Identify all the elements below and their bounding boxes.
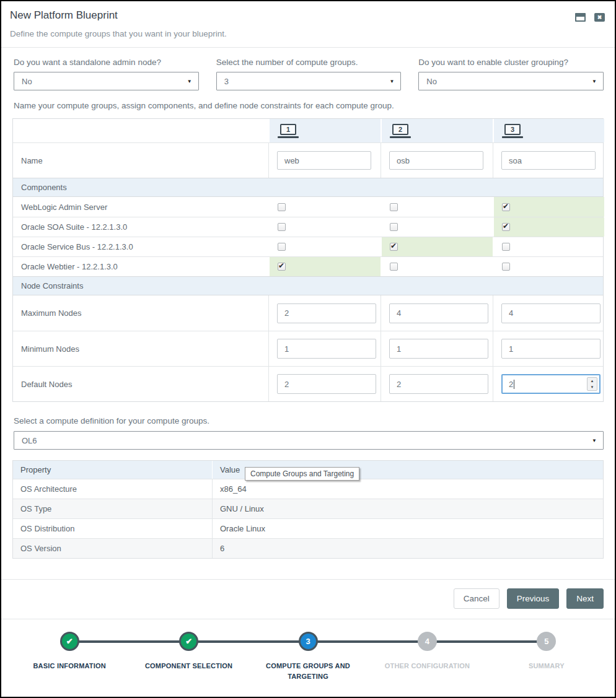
group-1-default-nodes-input[interactable]: [277, 374, 376, 394]
dialog-subtitle: Define the compute groups that you want …: [10, 29, 605, 38]
default-nodes-value: 2: [509, 380, 513, 389]
admin-node-select-value: No: [22, 77, 32, 86]
chevron-down-icon: ▼: [592, 79, 597, 84]
step-label: BASIC INFORMATION: [33, 661, 105, 671]
component-label: Oracle SOA Suite - 12.2.1.3.0: [13, 217, 268, 237]
laptop-icon: 1: [278, 124, 299, 138]
number-spinner[interactable]: ▲ ▼: [587, 377, 597, 391]
wizard-stepper: ✔ BASIC INFORMATION ✔ COMPONENT SELECTIO…: [10, 632, 606, 681]
group-3-default-nodes-input[interactable]: 2 ▲ ▼: [501, 374, 601, 394]
compute-groups-select[interactable]: 3 ▼: [216, 72, 402, 90]
group-1-max-nodes-input[interactable]: [277, 303, 376, 323]
group-3-name-input[interactable]: [501, 151, 596, 170]
group-1-name-input[interactable]: [277, 151, 371, 170]
name-row: Name: [13, 142, 603, 178]
group-2-name-input[interactable]: [389, 151, 483, 170]
page-title: New Platform Blueprint: [10, 9, 605, 22]
group-2-min-nodes-input[interactable]: [389, 339, 488, 359]
components-section-header: Components: [13, 178, 603, 197]
next-button[interactable]: Next: [566, 588, 604, 609]
max-nodes-cell-1: [268, 295, 381, 331]
admin-node-select[interactable]: No ▼: [14, 72, 199, 90]
chevron-down-icon: ▼: [187, 79, 192, 84]
max-nodes-cell-3: [493, 295, 604, 331]
laptop-icon: 2: [390, 124, 411, 138]
cluster-grouping-select[interactable]: No ▼: [418, 72, 604, 90]
cancel-button[interactable]: Cancel: [454, 588, 499, 609]
check-icon: ✔: [66, 637, 73, 645]
component-checkbox[interactable]: [390, 223, 398, 231]
chevron-down-icon: ▼: [389, 79, 394, 84]
group-3-max-nodes-input[interactable]: [501, 303, 601, 323]
name-cell-2: [381, 143, 493, 178]
component-checkbox-cell: [381, 217, 493, 237]
maximize-icon[interactable]: [575, 13, 586, 22]
component-checkbox[interactable]: [278, 263, 286, 271]
step-summary: 5 SUMMARY: [487, 632, 606, 681]
component-checkbox[interactable]: [390, 263, 398, 271]
step-number: 4: [425, 637, 429, 645]
component-checkbox-cell: [493, 237, 604, 256]
property-name: OS Version: [13, 539, 213, 558]
component-checkbox-cell: [493, 257, 604, 276]
text-cursor: [514, 380, 514, 389]
compute-definition-value: OL6: [22, 436, 37, 445]
default-nodes-cell-3: 2 ▲ ▼: [493, 367, 604, 401]
chevron-down-icon: ▼: [592, 438, 597, 443]
compute-definition-select[interactable]: OL6 ▼: [14, 431, 604, 450]
laptop-base: [390, 136, 411, 138]
component-checkbox[interactable]: [502, 203, 510, 211]
step-circle-compute-groups-and-targeting[interactable]: 3: [299, 632, 318, 651]
question-cluster-grouping: Do you want to enable cluster grouping? …: [418, 58, 604, 90]
component-checkbox[interactable]: [502, 223, 510, 231]
component-checkbox[interactable]: [502, 263, 510, 271]
step-circle-component-selection[interactable]: ✔: [179, 632, 198, 651]
tooltip: Compute Groups and Targeting: [245, 467, 359, 481]
component-checkbox[interactable]: [278, 243, 286, 251]
group-3-min-nodes-input[interactable]: [501, 339, 601, 359]
min-nodes-cell-2: [381, 331, 493, 366]
spinner-down-icon[interactable]: ▼: [591, 385, 594, 389]
question-admin-node: Do you want a standalone admin node? No …: [14, 58, 199, 90]
property-value: x86_64: [213, 479, 603, 499]
step-label: COMPONENT SELECTION: [145, 661, 232, 671]
dialog-footer: Cancel Previous Next: [1, 579, 615, 619]
step-circle-summary[interactable]: 5: [537, 632, 556, 651]
group-1-min-nodes-input[interactable]: [277, 339, 376, 359]
wizard-stepper-section: ✔ BASIC INFORMATION ✔ COMPONENT SELECTIO…: [1, 619, 615, 681]
compute-definition-label: Select a compute definition for your com…: [14, 416, 602, 425]
component-checkbox[interactable]: [278, 203, 286, 211]
property-value: GNU / Linux: [213, 499, 603, 518]
component-checkbox-cell: [268, 217, 381, 237]
component-checkbox-cell: [268, 197, 381, 217]
step-label: COMPUTE GROUPS AND TARGETING: [255, 661, 361, 681]
step-circle-basic-information[interactable]: ✔: [60, 632, 79, 651]
default-nodes-cell-2: [381, 367, 493, 401]
close-icon[interactable]: ✖: [594, 13, 605, 22]
component-checkbox[interactable]: [278, 223, 286, 231]
component-checkbox[interactable]: [502, 243, 510, 251]
step-circle-other-configuration[interactable]: 4: [418, 632, 437, 651]
maximum-nodes-label: Maximum Nodes: [13, 295, 268, 331]
table-row: OS Architecture x86_64: [13, 479, 603, 499]
step-compute-groups-and-targeting: 3 COMPUTE GROUPS AND TARGETING: [249, 632, 367, 681]
cluster-grouping-label: Do you want to enable cluster grouping?: [418, 58, 604, 67]
component-checkbox[interactable]: [390, 203, 398, 211]
groups-instruction: Name your compute groups, assign compone…: [14, 101, 602, 110]
spinner-up-icon[interactable]: ▲: [591, 379, 594, 383]
component-checkbox[interactable]: [390, 243, 398, 251]
new-platform-blueprint-dialog: New Platform Blueprint Define the comput…: [0, 0, 616, 698]
component-row-weblogic-admin-server: WebLogic Admin Server: [13, 197, 603, 217]
window-controls: ✖: [575, 13, 605, 22]
previous-button[interactable]: Previous: [507, 588, 560, 609]
node-constraints-section-header: Node Constraints: [13, 276, 603, 295]
group-1-header: 1: [268, 119, 381, 142]
group-2-default-nodes-input[interactable]: [389, 374, 488, 394]
default-nodes-cell-1: [268, 367, 381, 401]
table-row: OS Distribution Oracle Linux: [13, 518, 603, 538]
group-2-max-nodes-input[interactable]: [389, 303, 488, 323]
step-number: 3: [306, 637, 310, 645]
check-icon: ✔: [185, 637, 192, 645]
group-1-number: 1: [280, 124, 296, 135]
min-nodes-cell-3: [493, 331, 604, 366]
